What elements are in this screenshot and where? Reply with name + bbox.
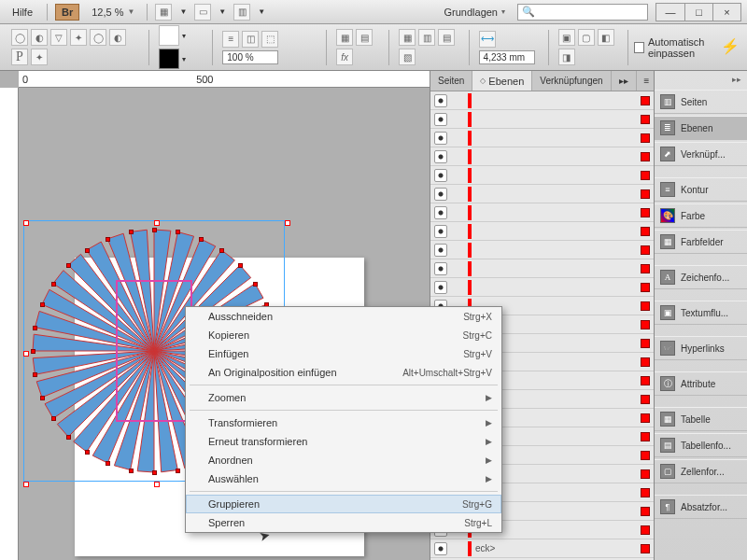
anchor-point[interactable] — [106, 237, 110, 242]
visibility-icon[interactable] — [434, 169, 447, 182]
selection-square[interactable] — [641, 507, 650, 516]
tool-icon[interactable]: ▥ — [418, 29, 435, 46]
screen-mode-icon[interactable]: ▭ — [194, 4, 211, 21]
panel-attribute[interactable]: ⓘAttribute — [655, 371, 747, 396]
visibility-icon[interactable] — [434, 542, 447, 555]
tool-icon[interactable]: ▦ — [399, 29, 416, 46]
selection-square[interactable] — [641, 451, 650, 460]
layer-row[interactable] — [430, 166, 654, 185]
anchor-point[interactable] — [152, 470, 157, 475]
selection-square[interactable] — [641, 245, 650, 255]
panel-textumfluss[interactable]: ▣Textumflu... — [655, 301, 747, 325]
anchor-point[interactable] — [33, 372, 37, 377]
visibility-icon[interactable] — [434, 94, 447, 107]
visibility-icon[interactable] — [434, 244, 447, 257]
anchor-point[interactable] — [238, 263, 243, 268]
selection-square[interactable] — [641, 115, 650, 124]
selection-handle[interactable] — [285, 220, 290, 226]
layer-row[interactable] — [430, 203, 654, 222]
visibility-icon[interactable] — [434, 281, 447, 294]
visibility-icon[interactable] — [434, 113, 447, 126]
panel-hyperlinks[interactable]: ☞Hyperlinks — [655, 336, 747, 360]
zoom-dropdown[interactable]: 12,5 %▼ — [87, 4, 139, 21]
selection-square[interactable] — [641, 227, 650, 236]
tool-icon[interactable]: ◫ — [242, 31, 259, 48]
panel-absatzformat[interactable]: ¶Absatzfor... — [655, 495, 747, 519]
panel-zellenformat[interactable]: ▢Zellenfor... — [655, 459, 747, 483]
view-options-icon[interactable]: ▦ — [155, 4, 172, 21]
bridge-button[interactable]: Br — [55, 4, 79, 21]
layer-row[interactable] — [430, 110, 654, 129]
menu-paste[interactable]: EinfügenStrg+V — [186, 344, 501, 363]
tool-icon[interactable]: ◨ — [558, 49, 575, 65]
selection-handle[interactable] — [154, 220, 160, 226]
selection-square[interactable] — [641, 395, 650, 404]
anchor-point[interactable] — [33, 326, 37, 330]
layer-row[interactable] — [430, 185, 654, 203]
maximize-button[interactable]: □ — [684, 4, 712, 21]
tool-icon[interactable]: ≡ — [222, 31, 239, 48]
tab-ebenen[interactable]: ◇Ebenen — [472, 71, 532, 91]
anchor-point[interactable] — [66, 435, 71, 440]
tool-icon[interactable]: ✦ — [31, 49, 48, 65]
anchor-point[interactable] — [106, 461, 110, 466]
collapse-dock[interactable]: ▸▸ — [655, 75, 747, 88]
minimize-button[interactable]: — — [656, 4, 684, 21]
fx-icon[interactable]: fx — [336, 49, 353, 65]
tool-icon[interactable]: ◧ — [598, 29, 614, 46]
tool-icon[interactable]: ▤ — [356, 29, 373, 46]
tool-icon[interactable]: ▤ — [438, 29, 455, 46]
anchor-point[interactable] — [129, 469, 134, 473]
tool-icon[interactable]: ▽ — [50, 29, 67, 46]
selection-square[interactable] — [641, 376, 650, 385]
selection-handle[interactable] — [154, 482, 160, 487]
selection-square[interactable] — [641, 264, 650, 273]
close-button[interactable]: × — [712, 4, 740, 21]
selection-square[interactable] — [641, 432, 650, 441]
anchor-point[interactable] — [253, 282, 258, 287]
tool-icon[interactable]: ◐ — [109, 29, 126, 46]
help-menu[interactable]: Hilfe — [6, 4, 39, 21]
selection-square[interactable] — [641, 357, 650, 367]
anchor-point[interactable] — [152, 228, 157, 232]
selection-handle[interactable] — [23, 351, 29, 357]
menu-lock[interactable]: SperrenStrg+L — [186, 513, 501, 532]
panel-tabellenformat[interactable]: ▤Tabellenfo... — [655, 433, 747, 457]
panel-seiten[interactable]: ▥Seiten — [655, 90, 747, 114]
layer-row[interactable] — [430, 129, 654, 147]
selection-square[interactable] — [641, 96, 650, 105]
selection-square[interactable] — [641, 283, 650, 292]
menu-group[interactable]: GruppierenStrg+G — [186, 495, 501, 513]
percent-field[interactable]: 100 % — [222, 50, 278, 64]
measure-field[interactable]: 4,233 mm — [479, 50, 535, 64]
selection-handle[interactable] — [23, 482, 29, 487]
selection-handle[interactable] — [23, 220, 29, 226]
menu-paste-original[interactable]: An Originalposition einfügenAlt+Umschalt… — [186, 363, 501, 382]
selection-square[interactable] — [641, 320, 650, 329]
tool-icon[interactable]: ▦ — [336, 29, 353, 46]
selection-square[interactable] — [641, 152, 650, 161]
selection-square[interactable] — [641, 488, 650, 497]
anchor-point[interactable] — [85, 248, 90, 253]
panel-verknuepf[interactable]: ⬈Verknüpf... — [655, 142, 747, 166]
selection-square[interactable] — [641, 189, 650, 199]
panel-collapse[interactable]: ▸▸ — [612, 71, 637, 91]
visibility-icon[interactable] — [434, 150, 447, 163]
fill-swatch[interactable] — [159, 25, 179, 46]
visibility-icon[interactable] — [434, 262, 447, 275]
visibility-icon[interactable] — [434, 206, 447, 219]
visibility-icon[interactable] — [434, 132, 447, 145]
tool-icon[interactable]: ⬚ — [261, 31, 278, 48]
selection-square[interactable] — [641, 208, 650, 217]
layer-row[interactable]: eck> — [430, 539, 654, 558]
anchor-point[interactable] — [219, 248, 224, 253]
panel-ebenen[interactable]: ≣Ebenen — [655, 116, 747, 140]
menu-retransform[interactable]: Erneut transformieren▶ — [186, 432, 501, 451]
layer-row[interactable] — [430, 147, 654, 166]
layer-row[interactable] — [430, 222, 654, 241]
tool-icon[interactable]: ▣ — [558, 29, 575, 46]
arrange-docs-icon[interactable]: ▥ — [233, 4, 250, 21]
visibility-icon[interactable] — [434, 225, 447, 238]
tool-icon[interactable]: ◯ — [11, 29, 28, 46]
selection-square[interactable] — [641, 525, 650, 535]
